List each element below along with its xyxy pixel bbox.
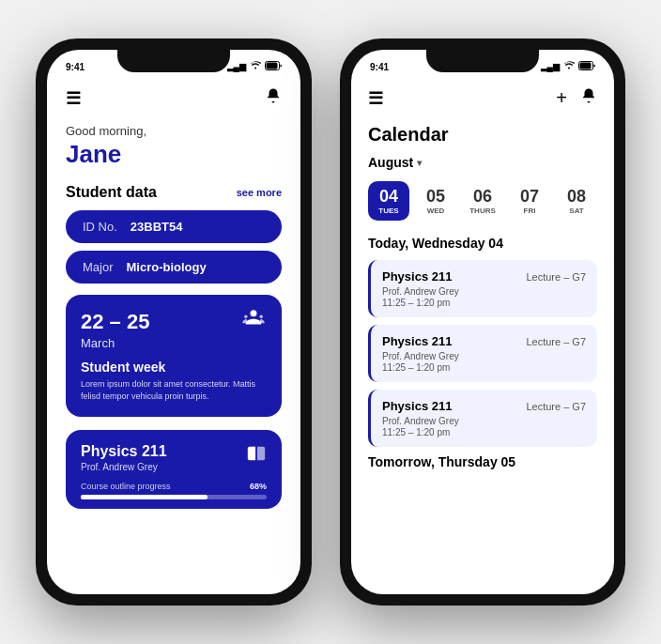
schedule-prof-3: Prof. Andrew Grey bbox=[382, 416, 586, 426]
id-value: 23BBT54 bbox=[131, 220, 183, 234]
month-selector[interactable]: August ▾ bbox=[368, 155, 597, 170]
day-name-04: TUES bbox=[378, 207, 398, 215]
greeting-sub: Good morning, bbox=[66, 124, 282, 138]
schedule-time-1: 11:25 – 1:20 pm bbox=[382, 298, 586, 308]
schedule-prof-2: Prof. Andrew Grey bbox=[382, 351, 586, 361]
event-month: March bbox=[81, 336, 267, 350]
right-screen-content: ☰ + Calendar August ▾ bbox=[351, 78, 614, 488]
right-phone-screen: 9:41 ▂▄▆ ☰ + bbox=[351, 50, 614, 594]
course-info: Physics 211 Prof. Andrew Grey bbox=[81, 443, 167, 472]
day-name-07: FRI bbox=[524, 207, 536, 215]
progress-bar-bg: 68% bbox=[81, 495, 267, 499]
status-icons-left: ▂▄▆ bbox=[227, 61, 282, 72]
major-label: Major bbox=[83, 260, 114, 274]
schedule-top-2: Physics 211 Lecture – G7 bbox=[382, 334, 586, 348]
id-label: ID No. bbox=[83, 220, 117, 234]
id-pill: ID No. 23BBT54 bbox=[66, 210, 282, 243]
schedule-card-3: Physics 211 Lecture – G7 Prof. Andrew Gr… bbox=[368, 390, 597, 447]
greeting-name: Jane bbox=[66, 140, 282, 169]
day-item-07[interactable]: 07 FRI bbox=[509, 181, 550, 221]
notch-right bbox=[426, 50, 539, 72]
bell-icon-left[interactable] bbox=[265, 87, 282, 109]
month-dropdown-icon[interactable]: ▾ bbox=[417, 158, 422, 168]
right-top-actions: + bbox=[556, 87, 597, 109]
month-label: August bbox=[368, 155, 413, 170]
progress-label: Course outline progress bbox=[81, 482, 267, 491]
svg-point-4 bbox=[259, 315, 263, 319]
menu-icon-right[interactable]: ☰ bbox=[368, 90, 383, 107]
schedule-type-3: Lecture – G7 bbox=[526, 401, 586, 412]
course-professor: Prof. Andrew Grey bbox=[81, 462, 167, 472]
svg-point-2 bbox=[251, 310, 257, 316]
course-top: Physics 211 Prof. Andrew Grey bbox=[81, 443, 267, 472]
top-bar-left: ☰ bbox=[66, 87, 282, 109]
day-name-08: SAT bbox=[569, 207, 583, 215]
time-right: 9:41 bbox=[370, 62, 389, 72]
major-pill: Major Micro-biology bbox=[66, 251, 282, 284]
schedule-type-1: Lecture – G7 bbox=[526, 271, 586, 283]
day-name-05: WED bbox=[427, 207, 445, 215]
day-item-04[interactable]: 04 TUES bbox=[368, 181, 409, 221]
day-num-05: 05 bbox=[426, 187, 445, 207]
wifi-icon-right bbox=[563, 61, 575, 72]
day-name-06: THURS bbox=[469, 207, 496, 215]
svg-rect-6 bbox=[580, 63, 592, 69]
schedule-prof-1: Prof. Andrew Grey bbox=[382, 286, 586, 297]
day-item-08[interactable]: 08 SAT bbox=[556, 181, 597, 221]
left-phone-screen: 9:41 ▂▄▆ ☰ bbox=[47, 50, 300, 594]
battery-icon-right bbox=[578, 61, 595, 72]
schedule-card-2: Physics 211 Lecture – G7 Prof. Andrew Gr… bbox=[368, 325, 597, 382]
course-card: Physics 211 Prof. Andrew Grey Course out… bbox=[66, 430, 282, 509]
event-desc: Lorem ipsum dolor sit amet consectetur. … bbox=[81, 378, 267, 402]
today-label: Today, Wednesday 04 bbox=[368, 236, 597, 251]
status-icons-right: ▂▄▆ bbox=[541, 61, 595, 72]
tomorrow-label: Tomorrow, Thursday 05 bbox=[368, 454, 597, 469]
event-icon bbox=[240, 308, 267, 340]
left-phone: 9:41 ▂▄▆ ☰ bbox=[36, 38, 312, 606]
progress-bar-fill bbox=[81, 495, 208, 499]
day-num-08: 08 bbox=[567, 187, 586, 207]
event-card: 22 – 25 March Student week Lorem ipsum d… bbox=[66, 295, 282, 417]
plus-icon[interactable]: + bbox=[556, 87, 567, 109]
day-num-04: 04 bbox=[379, 187, 398, 207]
signal-bars-right: ▂▄▆ bbox=[541, 62, 560, 71]
left-screen-content: ☰ Good morning, Jane Student data see mo… bbox=[47, 78, 300, 528]
svg-rect-1 bbox=[267, 63, 278, 69]
right-phone: 9:41 ▂▄▆ ☰ + bbox=[340, 38, 625, 606]
notch bbox=[117, 50, 230, 72]
top-bar-right: ☰ + bbox=[368, 87, 597, 109]
battery-icon bbox=[265, 61, 282, 72]
progress-section: Course outline progress 68% bbox=[81, 482, 267, 499]
schedule-time-2: 11:25 – 1:20 pm bbox=[382, 362, 586, 373]
svg-point-3 bbox=[244, 315, 248, 319]
bell-icon-right[interactable] bbox=[580, 87, 597, 109]
day-item-06[interactable]: 06 THURS bbox=[462, 181, 503, 221]
signal-bars: ▂▄▆ bbox=[227, 62, 246, 71]
schedule-time-3: 11:25 – 1:20 pm bbox=[382, 427, 586, 437]
student-data-header: Student data see more bbox=[66, 184, 282, 201]
schedule-card-1: Physics 211 Lecture – G7 Prof. Andrew Gr… bbox=[368, 260, 597, 317]
schedule-top-1: Physics 211 Lecture – G7 bbox=[382, 269, 586, 284]
schedule-top-3: Physics 211 Lecture – G7 bbox=[382, 399, 586, 413]
course-name: Physics 211 bbox=[81, 443, 167, 460]
schedule-type-2: Lecture – G7 bbox=[526, 336, 586, 347]
day-num-06: 06 bbox=[473, 187, 492, 207]
book-icon bbox=[246, 443, 267, 468]
event-name: Student week bbox=[81, 360, 267, 375]
scene: 9:41 ▂▄▆ ☰ bbox=[36, 38, 625, 606]
progress-pct: 68% bbox=[250, 482, 267, 491]
event-date: 22 – 25 bbox=[81, 310, 267, 334]
student-data-title: Student data bbox=[66, 184, 157, 201]
major-value: Micro-biology bbox=[127, 260, 207, 274]
wifi-icon bbox=[250, 61, 261, 72]
schedule-course-1: Physics 211 bbox=[382, 269, 452, 284]
see-more-link[interactable]: see more bbox=[237, 187, 282, 198]
menu-icon-left[interactable]: ☰ bbox=[66, 90, 81, 107]
day-item-05[interactable]: 05 WED bbox=[415, 181, 456, 221]
calendar-title: Calendar bbox=[368, 124, 597, 146]
day-strip: 04 TUES 05 WED 06 THURS 07 FRI bbox=[368, 181, 597, 221]
day-num-07: 07 bbox=[520, 187, 539, 207]
schedule-course-2: Physics 211 bbox=[382, 334, 452, 348]
time-left: 9:41 bbox=[66, 62, 85, 72]
schedule-course-3: Physics 211 bbox=[382, 399, 452, 413]
